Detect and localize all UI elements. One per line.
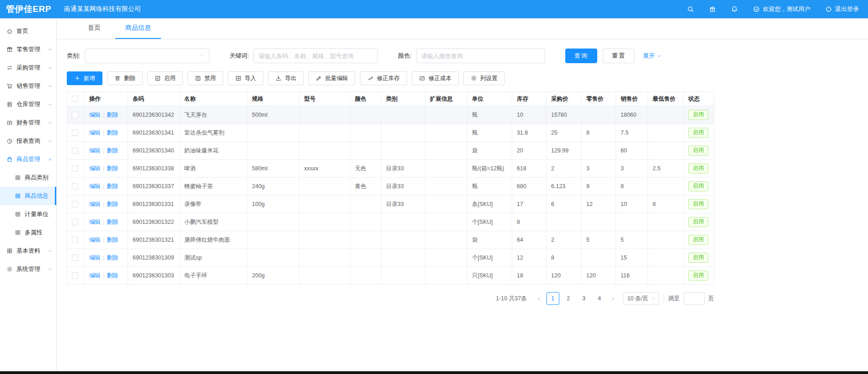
ext-info-cell: [425, 195, 467, 213]
delete-link[interactable]: 删除: [107, 130, 118, 136]
sidebar-item[interactable]: 系统管理: [0, 260, 56, 278]
spec-cell: 580ml: [247, 160, 300, 178]
sidebar-item[interactable]: 计量单位: [0, 205, 56, 223]
row-checkbox[interactable]: [72, 272, 78, 279]
search-button[interactable]: 查询: [565, 49, 597, 63]
category-cell: [381, 106, 425, 124]
toolbar-button[interactable]: 列设置: [463, 71, 505, 85]
sidebar-item[interactable]: 商品类别: [0, 168, 56, 187]
toolbar-button[interactable]: 新增: [67, 71, 102, 85]
row-checkbox[interactable]: [72, 255, 78, 261]
retail-icon: [6, 46, 13, 53]
edit-link[interactable]: 编辑: [89, 183, 101, 190]
search-icon[interactable]: [687, 5, 694, 13]
color-cell: [350, 213, 381, 231]
sidebar-item[interactable]: 采购管理: [0, 59, 56, 77]
row-checkbox[interactable]: [72, 165, 78, 172]
model-cell: [300, 249, 350, 267]
table-row: 编辑|删除 6901236301342 飞天茅台 500ml 瓶 10 1578…: [67, 106, 714, 124]
row-checkbox[interactable]: [72, 183, 78, 190]
action-divider: |: [103, 272, 104, 279]
edit-link[interactable]: 编辑: [89, 147, 101, 154]
sidebar-item[interactable]: 商品管理: [0, 150, 56, 168]
reset-button[interactable]: 重置: [603, 49, 635, 63]
row-checkbox[interactable]: [72, 112, 78, 118]
delete-link[interactable]: 删除: [107, 201, 118, 207]
sidebar-item-label: 销售管理: [16, 82, 40, 90]
edit-link[interactable]: 编辑: [89, 165, 101, 172]
toolbar-button[interactable]: 启用: [147, 71, 183, 85]
row-checkbox[interactable]: [72, 237, 78, 243]
welcome-user[interactable]: 欢迎您，测试用户: [753, 5, 810, 13]
bell-icon[interactable]: [731, 5, 738, 13]
toolbar-button[interactable]: 导出: [268, 71, 304, 85]
edit-link[interactable]: 编辑: [89, 255, 101, 261]
jump-input[interactable]: [684, 293, 705, 305]
row-actions-cell: 编辑|删除: [85, 231, 128, 249]
row-checkbox[interactable]: [72, 147, 78, 154]
sidebar-item[interactable]: 基本资料: [0, 242, 56, 260]
edit-link[interactable]: 编辑: [89, 130, 101, 136]
edit-link[interactable]: 编辑: [89, 237, 101, 243]
page-number-button[interactable]: 4: [593, 292, 606, 305]
toolbar-button-label: 导出: [285, 75, 296, 82]
toolbar-button[interactable]: 批量编辑: [308, 71, 355, 85]
ext-info-cell: [425, 106, 467, 124]
sidebar-item[interactable]: 报表查询: [0, 132, 56, 150]
row-select-cell: [67, 178, 85, 195]
sidebar-item[interactable]: 零售管理: [0, 40, 56, 59]
toolbar-button[interactable]: 修正成本: [412, 71, 459, 85]
edit-link[interactable]: 编辑: [89, 201, 101, 207]
sidebar-item[interactable]: 多属性: [0, 223, 56, 242]
tab[interactable]: 首页: [78, 24, 111, 39]
page-number-button[interactable]: 3: [578, 292, 590, 305]
prev-page-button[interactable]: [533, 292, 545, 305]
unit-cell: 瓶/(箱=12瓶): [467, 160, 512, 178]
category-cell: 目录33: [381, 160, 425, 178]
toolbar-button[interactable]: 禁用: [188, 71, 223, 85]
toolbar-button[interactable]: 修正库存: [360, 71, 407, 85]
row-actions-cell: 编辑|删除: [85, 267, 128, 285]
next-page-button[interactable]: [607, 292, 619, 305]
status-badge: 启用: [688, 146, 708, 156]
retail-price-cell: 8: [582, 124, 616, 142]
category-select[interactable]: [85, 49, 209, 63]
sidebar-item[interactable]: 商品信息: [0, 187, 56, 205]
bank-icon[interactable]: [709, 5, 716, 13]
delete-link[interactable]: 删除: [107, 219, 118, 225]
color-input[interactable]: [416, 49, 545, 63]
delete-link[interactable]: 删除: [107, 147, 118, 154]
logout-button[interactable]: 退出登录: [825, 5, 859, 13]
model-cell: [300, 142, 350, 160]
sale-price-cell: 3: [616, 160, 648, 178]
sidebar-item[interactable]: 财务管理: [0, 114, 56, 132]
action-divider: |: [103, 255, 104, 261]
row-checkbox[interactable]: [72, 130, 78, 136]
page-size-select[interactable]: 10 条/页: [623, 292, 659, 305]
page-number-button[interactable]: 2: [562, 292, 575, 305]
sidebar-item[interactable]: 仓库管理: [0, 95, 56, 114]
chevron-icon: [48, 120, 53, 125]
tab[interactable]: 商品信息: [115, 24, 161, 39]
delete-link[interactable]: 删除: [107, 165, 118, 172]
page-number-button[interactable]: 1: [547, 292, 559, 305]
delete-link[interactable]: 删除: [107, 255, 118, 261]
delete-link[interactable]: 删除: [107, 183, 118, 190]
category-cell: 目录33: [381, 195, 425, 213]
select-all-checkbox[interactable]: [72, 96, 78, 102]
edit-link[interactable]: 编辑: [89, 219, 101, 225]
sidebar-item[interactable]: 首页: [0, 22, 56, 40]
edit-link[interactable]: 编辑: [89, 112, 101, 118]
toolbar-button[interactable]: 导入: [228, 71, 263, 85]
row-checkbox[interactable]: [72, 201, 78, 207]
delete-link[interactable]: 删除: [107, 112, 118, 118]
row-checkbox[interactable]: [72, 219, 78, 225]
edit-link[interactable]: 编辑: [89, 272, 101, 279]
expand-button[interactable]: 展开: [643, 52, 662, 60]
keyword-input[interactable]: [253, 49, 378, 63]
delete-link[interactable]: 删除: [107, 237, 118, 243]
column-header: 名称: [180, 92, 247, 106]
toolbar-button[interactable]: 删除: [107, 71, 143, 85]
sidebar-item[interactable]: 销售管理: [0, 77, 56, 95]
delete-link[interactable]: 删除: [107, 272, 118, 279]
